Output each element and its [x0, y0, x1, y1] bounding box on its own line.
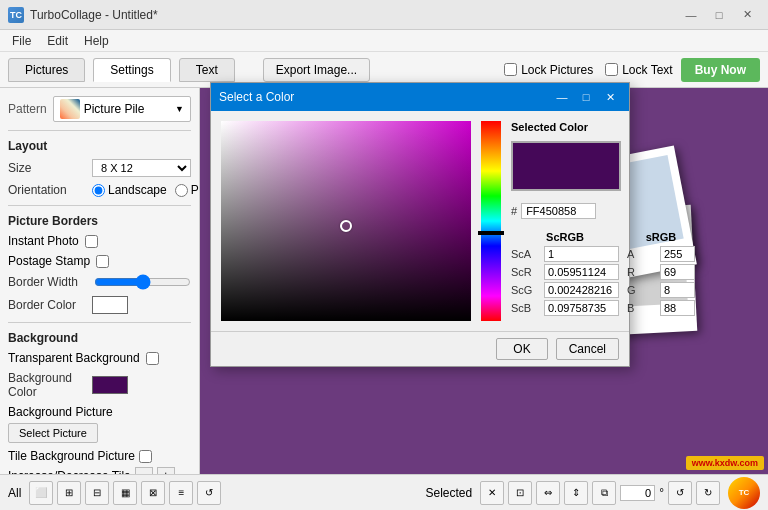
- instant-photo-row: Instant Photo: [8, 234, 191, 248]
- a-row: A: [627, 246, 695, 262]
- increase-tile-button[interactable]: +: [157, 467, 175, 474]
- dialog-minimize-button[interactable]: —: [551, 88, 573, 106]
- menu-edit[interactable]: Edit: [39, 32, 76, 50]
- cancel-button[interactable]: Cancel: [556, 338, 619, 360]
- background-color-row: Background Color: [8, 371, 191, 399]
- ok-button[interactable]: OK: [496, 338, 547, 360]
- buy-now-button[interactable]: Buy Now: [681, 58, 760, 82]
- rotate-cw-button[interactable]: ↻: [696, 481, 720, 505]
- hex-label: #: [511, 205, 517, 217]
- scrgb-section: ScRGB ScA ScR ScG: [511, 231, 619, 318]
- lock-pictures-checkbox[interactable]: [504, 63, 517, 76]
- fit-button[interactable]: ⊞: [57, 481, 81, 505]
- pattern-dropdown[interactable]: Picture Pile ▼: [53, 96, 191, 122]
- g-label: G: [627, 284, 657, 296]
- app-title: TurboCollage - Untitled*: [30, 8, 678, 22]
- postage-stamp-row: Postage Stamp: [8, 254, 191, 268]
- watermark: www.kxdw.com: [686, 456, 764, 470]
- gradient-cursor: [340, 220, 352, 232]
- tile-bg-row: Tile Background Picture: [8, 449, 191, 463]
- orientation-options: Landscape Portrait: [92, 183, 200, 197]
- postage-stamp-label: Postage Stamp: [8, 254, 90, 268]
- sca-input[interactable]: [544, 246, 619, 262]
- hue-slider-container: [481, 121, 501, 321]
- rotate-button[interactable]: ↺: [197, 481, 221, 505]
- border-color-row: Border Color: [8, 296, 191, 314]
- grid-button[interactable]: ⊟: [85, 481, 109, 505]
- maximize-button[interactable]: □: [706, 5, 732, 25]
- aspect-button[interactable]: ≡: [169, 481, 193, 505]
- sca-label: ScA: [511, 248, 541, 260]
- background-color-swatch[interactable]: [92, 376, 128, 394]
- tab-pictures[interactable]: Pictures: [8, 58, 85, 82]
- transparent-bg-label: Transparent Background: [8, 351, 140, 365]
- portrait-option[interactable]: Portrait: [175, 183, 200, 197]
- size-label: Size: [8, 161, 88, 175]
- border-color-swatch[interactable]: [92, 296, 128, 314]
- close-button[interactable]: ✕: [734, 5, 760, 25]
- menu-help[interactable]: Help: [76, 32, 117, 50]
- r-label: R: [627, 266, 657, 278]
- rotation-input[interactable]: [620, 485, 655, 501]
- size-select[interactable]: 8 X 12: [92, 159, 191, 177]
- postage-stamp-checkbox[interactable]: [96, 255, 109, 268]
- r-input[interactable]: [660, 264, 695, 280]
- chevron-down-icon: ▼: [175, 104, 184, 114]
- zoom-fit-button[interactable]: ⊠: [141, 481, 165, 505]
- border-width-slider[interactable]: [94, 274, 191, 290]
- orientation-row: Orientation Landscape Portrait: [8, 183, 191, 197]
- dialog-maximize-button[interactable]: □: [575, 88, 597, 106]
- left-panel: Pattern Picture Pile ▼ Layout Size 8 X 1…: [0, 88, 200, 474]
- crop-button[interactable]: ⊡: [508, 481, 532, 505]
- menu-file[interactable]: File: [4, 32, 39, 50]
- hue-slider[interactable]: [481, 121, 501, 321]
- lock-text-label[interactable]: Lock Text: [605, 63, 672, 77]
- selected-x-button[interactable]: ✕: [480, 481, 504, 505]
- lock-pictures-label[interactable]: Lock Pictures: [504, 63, 593, 77]
- export-button[interactable]: Export Image...: [263, 58, 370, 82]
- transparent-bg-row: Transparent Background: [8, 351, 191, 365]
- transparent-bg-checkbox[interactable]: [146, 352, 159, 365]
- background-title: Background: [8, 331, 191, 345]
- landscape-option[interactable]: Landscape: [92, 183, 167, 197]
- scg-label: ScG: [511, 284, 541, 296]
- b-input[interactable]: [660, 300, 695, 316]
- scrgb-title: ScRGB: [511, 231, 619, 243]
- tile-bg-checkbox[interactable]: [139, 450, 152, 463]
- app-icon: TC: [8, 7, 24, 23]
- flip-v-button[interactable]: ⇕: [564, 481, 588, 505]
- g-row: G: [627, 282, 695, 298]
- tab-text[interactable]: Text: [179, 58, 235, 82]
- hex-input[interactable]: [521, 203, 596, 219]
- gradient-canvas[interactable]: [221, 121, 471, 321]
- border-width-label: Border Width: [8, 275, 88, 289]
- dialog-title-bar: Select a Color — □ ✕: [211, 88, 629, 111]
- scb-input[interactable]: [544, 300, 619, 316]
- instant-photo-checkbox[interactable]: [85, 235, 98, 248]
- lock-options: Lock Pictures Lock Text: [504, 63, 673, 77]
- minimize-button[interactable]: —: [678, 5, 704, 25]
- copy-button[interactable]: ⧉: [592, 481, 616, 505]
- flip-h-button[interactable]: ⇔: [536, 481, 560, 505]
- g-input[interactable]: [660, 282, 695, 298]
- decrease-tile-button[interactable]: -: [135, 467, 153, 474]
- scr-input[interactable]: [544, 264, 619, 280]
- rotate-ccw-button[interactable]: ↺: [668, 481, 692, 505]
- select-all-button[interactable]: ⬜: [29, 481, 53, 505]
- dialog-close-button[interactable]: ✕: [599, 88, 621, 106]
- inc-dec-row: Increase/Decrease Tile - +: [8, 467, 191, 474]
- border-color-label: Border Color: [8, 298, 88, 312]
- dialog-right-panel: Selected Color # ScRGB ScA: [511, 121, 695, 321]
- background-picture-label-row: Background Picture: [8, 405, 191, 419]
- select-picture-button[interactable]: Select Picture: [8, 423, 98, 443]
- layout-section: Layout Size 8 X 12 Orientation Landscape…: [8, 139, 191, 197]
- brand-logo: TC: [728, 477, 760, 509]
- lock-text-checkbox[interactable]: [605, 63, 618, 76]
- pattern-row: Pattern Picture Pile ▼: [8, 96, 191, 122]
- scb-label: ScB: [511, 302, 541, 314]
- menu-bar: File Edit Help: [0, 30, 768, 52]
- scg-input[interactable]: [544, 282, 619, 298]
- layout-button[interactable]: ▦: [113, 481, 137, 505]
- tab-settings[interactable]: Settings: [93, 58, 170, 82]
- a-input[interactable]: [660, 246, 695, 262]
